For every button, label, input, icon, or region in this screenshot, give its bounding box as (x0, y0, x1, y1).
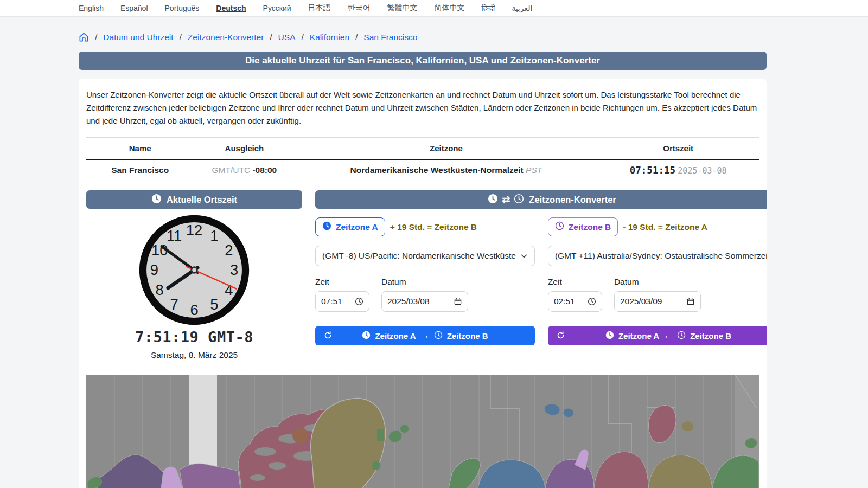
zone-a-time-input[interactable] (315, 291, 369, 312)
svg-text:6: 6 (190, 301, 198, 318)
local-time: 07:51:15 2025-03-08 (597, 159, 759, 181)
converter-header: ⇄ Zeitzonen-Konverter (315, 190, 767, 209)
breadcrumb-item: / Datum und Uhrzeit (95, 33, 174, 42)
language-link[interactable]: Português (165, 4, 200, 12)
divider (86, 370, 759, 370)
clock-filled-icon (151, 194, 162, 206)
breadcrumb-separator: / (355, 33, 358, 42)
zone-b-column: Zeitzone B - 19 Std. = Zeitzone A (GMT +… (548, 217, 767, 345)
refresh-icon (556, 331, 565, 340)
breadcrumb-item: / Zeitzonen-Konverter (180, 33, 264, 42)
breadcrumb-link[interactable]: Kalifornien (310, 33, 349, 42)
clock-outline-icon (555, 221, 564, 233)
svg-text:12: 12 (186, 222, 202, 239)
zone-a-time-label: Zeit (315, 277, 369, 287)
zone-a-relation: + 19 Std. = Zeitzone B (390, 222, 477, 232)
breadcrumb-link[interactable]: San Francisco (363, 33, 417, 42)
calendar-icon[interactable] (686, 297, 695, 306)
breadcrumb-item: / USA (270, 33, 295, 42)
zone-b-badge[interactable]: Zeitzone B (548, 217, 618, 236)
local-clock-panel: Aktuelle Ortszeit 1 2 3 4 5 6 7 8 (86, 190, 302, 360)
chevron-down-icon (520, 252, 528, 260)
zone-b-date-label: Datum (614, 277, 701, 287)
col-header-localtime: Ortszeit (597, 138, 759, 160)
page-title: Die aktuelle Uhrzeit für San Francisco, … (79, 52, 767, 70)
zone-b-relation: - 19 Std. = Zeitzone A (623, 222, 707, 232)
language-bar: EnglishEspañolPortuguêsDeutschРусский日本語… (0, 0, 868, 17)
breadcrumb-separator: / (301, 33, 303, 42)
breadcrumb-link[interactable]: Datum und Uhrzeit (103, 33, 173, 42)
clock-outline-icon (514, 194, 524, 206)
language-link[interactable]: Русский (263, 4, 291, 12)
zone-b-date-input[interactable] (614, 291, 701, 312)
current-date: Samstag, 8. März 2025 (151, 350, 238, 360)
language-link[interactable]: English (79, 4, 104, 12)
timezone-map (86, 375, 759, 488)
clock-outline-icon[interactable] (588, 297, 596, 306)
digital-time: 7:51:19 GMT-8 (135, 329, 253, 345)
clock-filled-icon (322, 221, 331, 233)
intro-paragraph: Unser Zeitzonen-Konverter zeigt die aktu… (86, 86, 759, 137)
zone-a-column: Zeitzone A + 19 Std. = Zeitzone B (GMT -… (315, 217, 535, 345)
language-link[interactable]: 한국어 (348, 3, 371, 13)
zone-a-date-label: Datum (381, 277, 468, 287)
svg-text:5: 5 (210, 296, 218, 313)
language-link[interactable]: हिन्दी (482, 4, 495, 13)
svg-text:1: 1 (210, 227, 218, 244)
analog-clock: 1 2 3 4 5 6 7 8 9 10 11 12 (138, 214, 251, 326)
calendar-icon[interactable] (454, 297, 462, 306)
utc-offset: GMT/UTC -08:00 (194, 159, 295, 181)
convert-a-to-b-button[interactable]: Zeitzone A → Zeitzone B (315, 326, 535, 345)
col-header-offset: Ausgleich (194, 138, 295, 160)
zone-b-time-input[interactable] (548, 291, 602, 312)
content-card: Unser Zeitzonen-Konverter zeigt die aktu… (79, 79, 767, 488)
svg-text:7: 7 (170, 296, 178, 313)
breadcrumb-separator: / (95, 33, 97, 42)
breadcrumb: / Datum und Uhrzeit / Zeitzonen-Konverte… (79, 32, 767, 42)
zone-b-timezone-select[interactable]: (GMT +11) Australia/Sydney: Ostaustralis… (548, 246, 767, 266)
language-link[interactable]: Español (120, 4, 148, 12)
zone-b-time-label: Zeit (548, 277, 602, 287)
breadcrumb-link[interactable]: Zeitzonen-Konverter (188, 33, 264, 42)
breadcrumb-item: / Kalifornien (301, 33, 349, 42)
breadcrumb-separator: / (180, 33, 182, 42)
language-link[interactable]: Deutsch (216, 4, 246, 12)
svg-text:9: 9 (150, 261, 158, 278)
city-time-table: Name Ausgleich Zeitzone Ortszeit San Fra… (86, 137, 759, 181)
refresh-icon (323, 331, 333, 340)
language-link[interactable]: العربية (512, 4, 532, 12)
breadcrumb-separator: / (270, 33, 272, 42)
home-icon[interactable] (79, 32, 89, 42)
local-clock-header: Aktuelle Ortszeit (86, 190, 302, 209)
zone-a-timezone-select[interactable]: (GMT -8) US/Pacific: Nordamerikanische W… (315, 246, 535, 266)
zone-a-badge[interactable]: Zeitzone A (315, 217, 385, 236)
svg-text:2: 2 (225, 242, 233, 259)
clock-filled-icon (362, 331, 371, 341)
clock-outline-icon[interactable] (355, 297, 363, 306)
city-name: San Francisco (86, 159, 194, 181)
svg-text:3: 3 (230, 261, 238, 278)
arrow-left-icon: ← (663, 330, 673, 341)
convert-b-to-a-button[interactable]: Zeitzone A ← Zeitzone B (548, 326, 767, 345)
language-link[interactable]: 繁體中文 (387, 3, 418, 13)
clock-filled-icon (488, 194, 498, 206)
zone-a-date-input[interactable] (381, 291, 468, 312)
clock-filled-icon (605, 331, 614, 341)
arrow-right-icon: → (420, 330, 430, 341)
clock-outline-icon (677, 331, 686, 341)
swap-arrows-icon: ⇄ (502, 194, 510, 206)
svg-text:11: 11 (167, 227, 182, 244)
converter-panel: ⇄ Zeitzonen-Konverter (315, 190, 767, 360)
clock-outline-icon (434, 331, 443, 341)
col-header-name: Name (86, 138, 194, 160)
breadcrumb-item: / San Francisco (355, 33, 417, 42)
language-link[interactable]: 日本語 (308, 3, 331, 13)
timezone-name: Nordamerikanische Westküsten-Normalzeit … (295, 159, 597, 181)
breadcrumb-link[interactable]: USA (278, 33, 296, 42)
col-header-timezone: Zeitzone (295, 138, 597, 160)
svg-text:8: 8 (156, 281, 164, 298)
language-link[interactable]: 简体中文 (435, 3, 465, 13)
table-row: San Francisco GMT/UTC -08:00 Nordamerika… (86, 159, 759, 181)
